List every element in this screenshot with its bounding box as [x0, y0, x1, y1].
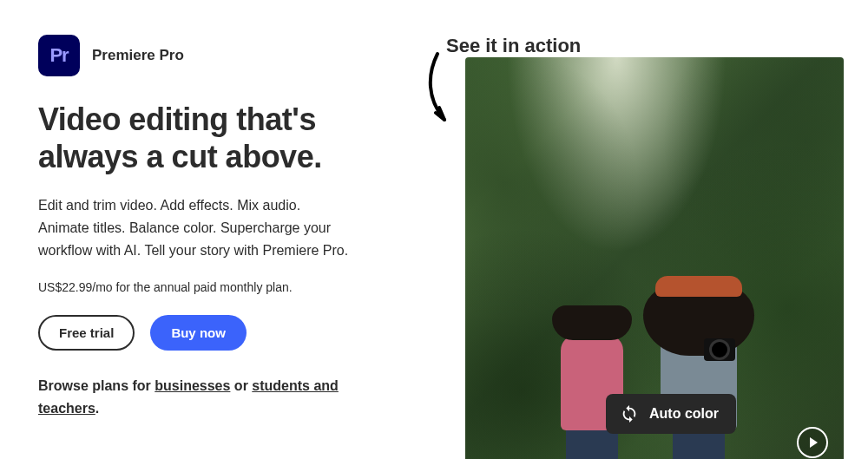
video-preview[interactable]: Auto color [465, 57, 844, 459]
app-header: Pr Premiere Pro [38, 35, 385, 76]
free-trial-button[interactable]: Free trial [38, 315, 135, 351]
app-name: Premiere Pro [92, 47, 184, 64]
auto-color-badge: Auto color [606, 394, 736, 434]
app-icon: Pr [38, 35, 80, 76]
refresh-icon [620, 404, 639, 423]
video-figure [561, 311, 623, 459]
badge-label: Auto color [649, 406, 719, 422]
plans-text: Browse plans for businesses or students … [38, 375, 385, 419]
see-it-label: See it in action [446, 35, 581, 57]
arrow-icon [424, 49, 453, 127]
plans-prefix: Browse plans for [38, 378, 155, 393]
price-text: US$22.99/mo for the annual paid monthly … [38, 280, 385, 294]
description: Edit and trim video. Add effects. Mix au… [38, 194, 351, 261]
play-icon [810, 437, 818, 448]
cta-row: Free trial Buy now [38, 315, 385, 351]
app-icon-text: Pr [49, 44, 68, 67]
camera-icon [704, 338, 735, 361]
buy-now-button[interactable]: Buy now [150, 315, 247, 351]
content-column: Pr Premiere Pro Video editing that's alw… [38, 35, 385, 419]
headline: Video editing that's always a cut above. [38, 101, 385, 175]
play-button[interactable] [797, 427, 828, 458]
businesses-link[interactable]: businesses [155, 378, 230, 393]
preview-column: See it in action [420, 35, 868, 419]
plans-middle: or [230, 378, 252, 393]
plans-suffix: . [95, 401, 99, 416]
